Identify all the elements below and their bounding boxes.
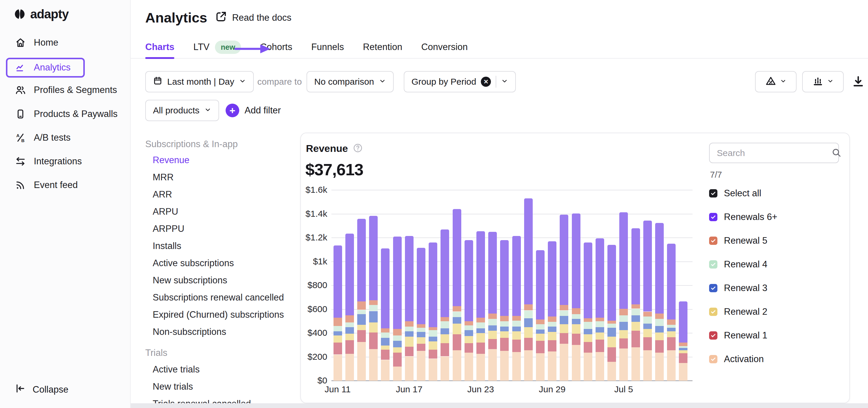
- bar-jun-18-renewal-4[interactable]: [417, 328, 425, 332]
- bar-jul-4-renewal-2[interactable]: [608, 337, 616, 347]
- bar-jun-27-renewal-3[interactable]: [524, 318, 533, 327]
- bar-jun-22-activation[interactable]: [465, 353, 473, 381]
- bar-jun-18-renewal-2[interactable]: [417, 337, 425, 344]
- bar-jul-7-renewal-4[interactable]: [643, 316, 652, 324]
- bar-jun-13-renewals-6+[interactable]: [357, 219, 366, 302]
- bar-jun-24-renewal-1[interactable]: [488, 339, 497, 349]
- metric-item-revenue[interactable]: Revenue: [153, 151, 189, 169]
- bar-jun-18-renewal-5[interactable]: [417, 324, 425, 328]
- series-toggle-renewal-3[interactable]: Renewal 3: [709, 276, 840, 300]
- bar-jun-25-renewal-4[interactable]: [500, 321, 509, 327]
- bar-jun-21-activation[interactable]: [453, 350, 461, 381]
- bar-jul-7-renewal-3[interactable]: [643, 324, 652, 329]
- bar-jul-10-renewal-1[interactable]: [679, 353, 687, 363]
- bar-jun-29-renewal-5[interactable]: [548, 316, 556, 322]
- bar-jul-10-renewals-6+[interactable]: [679, 301, 687, 343]
- bar-jun-13-renewal-3[interactable]: [357, 314, 366, 325]
- series-toggle-select-all[interactable]: Select all: [709, 181, 840, 205]
- bar-jun-20-activation[interactable]: [440, 356, 449, 381]
- bar-jul-8-renewal-3[interactable]: [655, 326, 664, 333]
- bar-jul-4-renewal-4[interactable]: [608, 324, 616, 328]
- bar-jul-6-renewals-6+[interactable]: [631, 228, 640, 305]
- bar-jul-8-renewals-6+[interactable]: [655, 223, 664, 313]
- bar-jun-28-activation[interactable]: [536, 353, 545, 381]
- tab-funnels[interactable]: Funnels: [311, 36, 344, 58]
- bar-jun-29-renewal-3[interactable]: [548, 327, 556, 332]
- sidebar-item-home[interactable]: Home: [9, 33, 122, 53]
- sidebar-item-a-b-tests[interactable]: ABA/B tests: [9, 128, 122, 147]
- bar-jul-7-renewal-1[interactable]: [643, 337, 652, 350]
- bar-jul-5-renewal-4[interactable]: [619, 315, 628, 322]
- bar-jul-8-renewal-4[interactable]: [655, 319, 664, 326]
- bar-jul-4-renewal-5[interactable]: [608, 321, 616, 324]
- tab-retention[interactable]: Retention: [363, 36, 402, 58]
- bar-jul-2-activation[interactable]: [584, 353, 592, 381]
- help-circle-icon[interactable]: [353, 143, 363, 154]
- bar-jun-13-renewal-2[interactable]: [357, 325, 366, 330]
- bar-jun-15-renewal-1[interactable]: [381, 350, 390, 360]
- checkbox-checked-icon[interactable]: [709, 284, 717, 292]
- remove-group-by-icon[interactable]: ✕: [481, 77, 491, 87]
- bar-jul-7-activation[interactable]: [643, 350, 652, 381]
- bar-jun-28-renewals-6+[interactable]: [536, 250, 545, 319]
- bar-jun-30-renewal-5[interactable]: [560, 305, 568, 310]
- bar-jul-8-renewal-2[interactable]: [655, 333, 664, 340]
- bar-jun-15-renewal-3[interactable]: [381, 338, 390, 345]
- bar-jul-9-renewal-3[interactable]: [667, 328, 676, 331]
- bar-jun-15-activation[interactable]: [381, 360, 390, 381]
- bar-jun-25-renewal-2[interactable]: [500, 331, 509, 338]
- bar-jun-16-renewal-3[interactable]: [393, 341, 402, 347]
- series-toggle-renewal-5[interactable]: Renewal 5: [709, 229, 840, 252]
- metric-item-arppu[interactable]: ARPPU: [153, 220, 184, 237]
- bar-jun-23-renewal-3[interactable]: [476, 328, 485, 333]
- bar-jul-5-renewal-5[interactable]: [619, 309, 628, 315]
- bar-jun-26-renewals-6+[interactable]: [512, 236, 521, 316]
- bar-jun-30-renewal-3[interactable]: [560, 316, 568, 324]
- bar-jun-20-renewal-2[interactable]: [440, 334, 449, 343]
- bar-jun-13-renewal-1[interactable]: [357, 330, 366, 342]
- bar-jul-10-activation[interactable]: [679, 363, 687, 381]
- bar-jul-2-renewal-4[interactable]: [584, 322, 592, 329]
- bar-jun-14-renewal-1[interactable]: [369, 333, 378, 349]
- bar-jun-27-renewals-6+[interactable]: [524, 198, 533, 304]
- bar-jun-19-renewal-4[interactable]: [429, 330, 437, 337]
- bar-jun-30-activation[interactable]: [560, 344, 568, 381]
- bar-jun-23-renewal-4[interactable]: [476, 322, 485, 328]
- bar-jun-17-renewals-6+[interactable]: [405, 236, 413, 321]
- bar-jun-22-renewal-5[interactable]: [465, 321, 473, 326]
- search-icon[interactable]: [831, 147, 841, 159]
- bar-jun-22-renewal-3[interactable]: [465, 330, 473, 336]
- bar-jun-16-renewal-5[interactable]: [393, 329, 402, 336]
- bar-jun-23-renewal-2[interactable]: [476, 333, 485, 343]
- bar-jul-8-renewal-1[interactable]: [655, 340, 664, 353]
- bar-jun-27-renewal-2[interactable]: [524, 327, 533, 338]
- bar-jun-25-renewal-3[interactable]: [500, 327, 509, 331]
- bar-jul-3-renewals-6+[interactable]: [595, 238, 604, 318]
- bar-jun-29-renewal-4[interactable]: [548, 322, 556, 327]
- bar-jul-4-activation[interactable]: [608, 362, 616, 381]
- bar-jun-13-activation[interactable]: [357, 342, 366, 381]
- chart-type-button[interactable]: [802, 71, 844, 92]
- collapse-button[interactable]: Collapse: [9, 380, 98, 399]
- bar-jul-6-renewal-1[interactable]: [631, 331, 640, 347]
- bar-jun-19-renewal-2[interactable]: [429, 341, 437, 350]
- bar-jul-5-renewal-3[interactable]: [619, 322, 628, 330]
- bar-jun-12-renewal-4[interactable]: [345, 322, 354, 327]
- bar-jun-26-activation[interactable]: [512, 352, 521, 381]
- bar-jul-8-activation[interactable]: [655, 353, 664, 381]
- bar-jun-17-renewal-2[interactable]: [405, 337, 413, 347]
- bar-jun-28-renewal-2[interactable]: [536, 334, 545, 341]
- bar-jun-21-renewal-4[interactable]: [453, 312, 461, 317]
- bar-jun-23-renewal-1[interactable]: [476, 343, 485, 354]
- bar-jun-24-activation[interactable]: [488, 349, 497, 381]
- bar-jul-9-activation[interactable]: [667, 350, 676, 381]
- sidebar-item-event-feed[interactable]: Event feed: [9, 175, 122, 195]
- series-toggle-renewals-6+[interactable]: Renewals 6+: [709, 205, 840, 229]
- bar-jul-1-renewal-5[interactable]: [572, 308, 581, 314]
- bar-jun-17-renewal-5[interactable]: [405, 321, 413, 327]
- tab-conversion[interactable]: Conversion: [421, 36, 468, 58]
- bar-jul-6-renewal-4[interactable]: [631, 309, 640, 315]
- bar-jul-9-renewal-1[interactable]: [667, 337, 676, 350]
- bar-jun-15-renewal-4[interactable]: [381, 333, 390, 338]
- bar-jun-15-renewal-2[interactable]: [381, 345, 390, 350]
